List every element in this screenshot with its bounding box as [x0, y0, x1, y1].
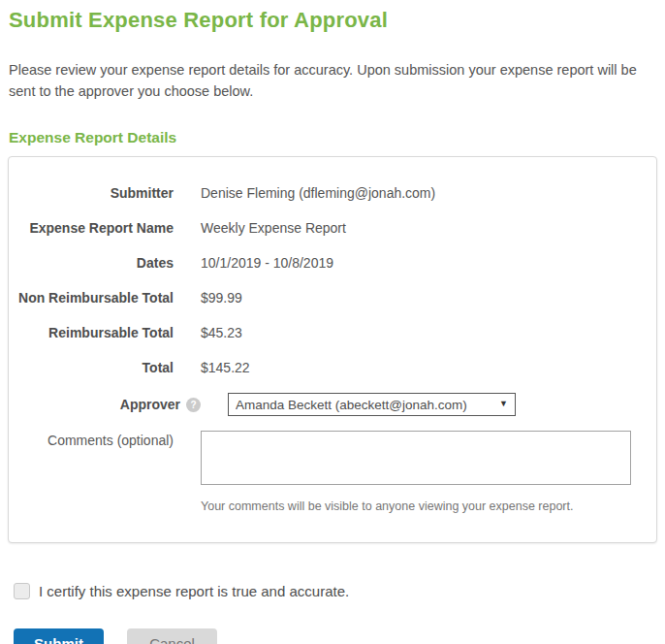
- expense-report-name-value: Weekly Expense Report: [201, 218, 346, 239]
- non-reimbursable-total-label: Non Reimbursable Total: [9, 288, 174, 308]
- certify-row: I certify this expense report is true an…: [14, 583, 657, 599]
- actions-row: Submit Cancel: [14, 628, 657, 644]
- comments-helper-text: Your comments will be visible to anyone …: [201, 499, 631, 513]
- submitter-label: Submitter: [9, 183, 174, 204]
- detail-row-submitter: Submitter Denise Fleming (dfleming@jonah…: [9, 183, 637, 204]
- approver-select-wrap: Amanda Beckett (abeckett@jonah.com) ▼: [228, 393, 516, 416]
- non-reimbursable-total-value: $99.99: [201, 288, 242, 308]
- approver-label: Approver: [120, 395, 180, 415]
- page-title: Submit Expense Report for Approval: [9, 8, 657, 33]
- comments-label: Comments (optional): [9, 431, 174, 451]
- dates-value: 10/1/2019 - 10/8/2019: [201, 253, 333, 274]
- comments-cell: Your comments will be visible to anyone …: [201, 431, 631, 513]
- detail-row-dates: Dates 10/1/2019 - 10/8/2019: [9, 253, 637, 274]
- reimbursable-total-value: $45.23: [201, 323, 242, 343]
- submit-expense-report-page: Submit Expense Report for Approval Pleas…: [0, 0, 665, 644]
- submitter-value: Denise Fleming (dfleming@jonah.com): [201, 183, 435, 204]
- intro-text: Please review your expense report detail…: [9, 59, 644, 102]
- certify-label: I certify this expense report is true an…: [39, 583, 349, 599]
- section-heading-expense-report-details: Expense Report Details: [9, 129, 657, 146]
- cancel-button[interactable]: Cancel: [127, 628, 217, 644]
- detail-row-comments: Comments (optional) Your comments will b…: [9, 431, 637, 513]
- comments-textarea[interactable]: [201, 431, 631, 485]
- submit-button[interactable]: Submit: [14, 628, 104, 644]
- dates-label: Dates: [9, 253, 174, 274]
- detail-row-reimbursable-total: Reimbursable Total $45.23: [9, 323, 637, 343]
- certify-checkbox[interactable]: [14, 583, 30, 599]
- detail-row-total: Total $145.22: [9, 358, 637, 378]
- reimbursable-total-label: Reimbursable Total: [9, 323, 174, 343]
- total-value: $145.22: [201, 358, 250, 378]
- help-icon[interactable]: ?: [186, 398, 201, 412]
- detail-row-expense-report-name: Expense Report Name Weekly Expense Repor…: [9, 218, 637, 239]
- expense-report-details-panel: Submitter Denise Fleming (dfleming@jonah…: [8, 156, 657, 543]
- detail-row-approver: Approver ? Amanda Beckett (abeckett@jona…: [9, 393, 637, 416]
- approver-label-group: Approver ?: [9, 395, 201, 415]
- approver-select[interactable]: Amanda Beckett (abeckett@jonah.com): [228, 393, 516, 416]
- expense-report-name-label: Expense Report Name: [9, 218, 174, 239]
- detail-row-non-reimbursable-total: Non Reimbursable Total $99.99: [9, 288, 637, 308]
- total-label: Total: [9, 358, 174, 378]
